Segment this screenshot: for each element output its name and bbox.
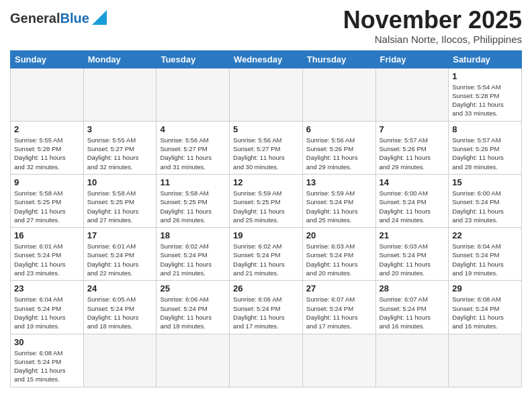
day-info: Sunrise: 6:05 AM Sunset: 5:24 PM Dayligh… — [87, 295, 153, 330]
day-info: Sunrise: 5:56 AM Sunset: 5:26 PM Dayligh… — [306, 136, 372, 171]
calendar-cell: 23Sunrise: 6:04 AM Sunset: 5:24 PM Dayli… — [11, 281, 84, 334]
calendar-table: SundayMondayTuesdayWednesdayThursdayFrid… — [10, 50, 522, 387]
day-info: Sunrise: 5:55 AM Sunset: 5:28 PM Dayligh… — [14, 136, 80, 171]
weekday-header-tuesday: Tuesday — [157, 50, 230, 68]
calendar-cell — [157, 334, 230, 387]
weekday-header-row: SundayMondayTuesdayWednesdayThursdayFrid… — [11, 50, 522, 68]
day-info: Sunrise: 6:01 AM Sunset: 5:24 PM Dayligh… — [14, 242, 80, 277]
header: General Blue November 2025 Nalsian Norte… — [10, 7, 522, 45]
day-number: 7 — [380, 124, 445, 134]
week-row-2: 2Sunrise: 5:55 AM Sunset: 5:28 PM Daylig… — [11, 121, 522, 174]
calendar-cell — [302, 334, 375, 387]
calendar-cell: 5Sunrise: 5:56 AM Sunset: 5:27 PM Daylig… — [230, 121, 303, 174]
calendar-cell: 7Sunrise: 5:57 AM Sunset: 5:26 PM Daylig… — [375, 121, 449, 174]
calendar-cell: 29Sunrise: 6:08 AM Sunset: 5:24 PM Dayli… — [449, 281, 522, 334]
day-number: 12 — [233, 177, 299, 187]
title-area: November 2025 Nalsian Norte, Ilocos, Phi… — [343, 7, 522, 45]
day-info: Sunrise: 5:56 AM Sunset: 5:27 PM Dayligh… — [233, 136, 299, 171]
day-number: 26 — [233, 283, 299, 293]
day-number: 11 — [160, 177, 226, 187]
calendar-cell: 9Sunrise: 5:58 AM Sunset: 5:25 PM Daylig… — [11, 174, 84, 227]
day-info: Sunrise: 5:56 AM Sunset: 5:27 PM Dayligh… — [160, 136, 226, 171]
calendar-cell — [449, 334, 522, 387]
calendar-cell: 18Sunrise: 6:02 AM Sunset: 5:24 PM Dayli… — [157, 228, 230, 281]
calendar-cell — [83, 68, 157, 121]
day-info: Sunrise: 6:08 AM Sunset: 5:24 PM Dayligh… — [452, 295, 518, 330]
day-info: Sunrise: 6:02 AM Sunset: 5:24 PM Dayligh… — [160, 242, 226, 277]
calendar-cell: 13Sunrise: 5:59 AM Sunset: 5:24 PM Dayli… — [302, 174, 375, 227]
day-number: 14 — [380, 177, 445, 187]
day-info: Sunrise: 6:03 AM Sunset: 5:24 PM Dayligh… — [306, 242, 372, 277]
calendar-cell: 6Sunrise: 5:56 AM Sunset: 5:26 PM Daylig… — [302, 121, 375, 174]
day-number: 4 — [160, 124, 226, 134]
day-number: 3 — [87, 124, 153, 134]
day-info: Sunrise: 6:07 AM Sunset: 5:24 PM Dayligh… — [380, 295, 445, 330]
day-info: Sunrise: 5:59 AM Sunset: 5:24 PM Dayligh… — [306, 189, 372, 224]
day-info: Sunrise: 5:57 AM Sunset: 5:26 PM Dayligh… — [380, 136, 445, 171]
calendar-cell: 19Sunrise: 6:02 AM Sunset: 5:24 PM Dayli… — [230, 228, 303, 281]
day-info: Sunrise: 5:58 AM Sunset: 5:25 PM Dayligh… — [160, 189, 226, 224]
weekday-header-friday: Friday — [375, 50, 449, 68]
week-row-5: 23Sunrise: 6:04 AM Sunset: 5:24 PM Dayli… — [11, 281, 522, 334]
day-number: 8 — [452, 124, 518, 134]
location-subtitle: Nalsian Norte, Ilocos, Philippines — [343, 34, 522, 45]
day-info: Sunrise: 6:00 AM Sunset: 5:24 PM Dayligh… — [380, 189, 445, 224]
calendar-cell: 27Sunrise: 6:07 AM Sunset: 5:24 PM Dayli… — [302, 281, 375, 334]
calendar-cell: 21Sunrise: 6:03 AM Sunset: 5:24 PM Dayli… — [375, 228, 449, 281]
day-number: 19 — [233, 230, 299, 240]
day-info: Sunrise: 5:58 AM Sunset: 5:25 PM Dayligh… — [14, 189, 80, 224]
month-title: November 2025 — [343, 7, 522, 34]
day-number: 1 — [452, 71, 518, 81]
day-number: 10 — [87, 177, 153, 187]
day-number: 20 — [306, 230, 372, 240]
day-number: 27 — [306, 283, 372, 293]
day-info: Sunrise: 6:07 AM Sunset: 5:24 PM Dayligh… — [306, 295, 372, 330]
day-info: Sunrise: 6:04 AM Sunset: 5:24 PM Dayligh… — [452, 242, 518, 277]
day-number: 24 — [87, 283, 153, 293]
calendar-cell: 30Sunrise: 6:08 AM Sunset: 5:24 PM Dayli… — [11, 334, 84, 387]
weekday-header-monday: Monday — [83, 50, 157, 68]
day-number: 5 — [233, 124, 299, 134]
week-row-6: 30Sunrise: 6:08 AM Sunset: 5:24 PM Dayli… — [11, 334, 522, 387]
day-number: 15 — [452, 177, 518, 187]
day-info: Sunrise: 6:00 AM Sunset: 5:24 PM Dayligh… — [452, 189, 518, 224]
day-number: 13 — [306, 177, 372, 187]
calendar-cell: 1Sunrise: 5:54 AM Sunset: 5:28 PM Daylig… — [449, 68, 522, 121]
day-number: 21 — [380, 230, 445, 240]
week-row-4: 16Sunrise: 6:01 AM Sunset: 5:24 PM Dayli… — [11, 228, 522, 281]
calendar-cell — [375, 68, 449, 121]
day-info: Sunrise: 6:04 AM Sunset: 5:24 PM Dayligh… — [14, 295, 80, 330]
day-number: 17 — [87, 230, 153, 240]
day-info: Sunrise: 6:02 AM Sunset: 5:24 PM Dayligh… — [233, 242, 299, 277]
logo-general-text: General — [10, 11, 60, 26]
day-info: Sunrise: 6:08 AM Sunset: 5:24 PM Dayligh… — [14, 349, 80, 384]
day-info: Sunrise: 6:06 AM Sunset: 5:24 PM Dayligh… — [160, 295, 226, 330]
logo-blue-text: Blue — [60, 11, 89, 26]
calendar-cell: 12Sunrise: 5:59 AM Sunset: 5:25 PM Dayli… — [230, 174, 303, 227]
calendar-cell — [83, 334, 157, 387]
calendar-cell — [302, 68, 375, 121]
day-info: Sunrise: 5:55 AM Sunset: 5:27 PM Dayligh… — [87, 136, 153, 171]
calendar-cell — [230, 334, 303, 387]
calendar-cell: 26Sunrise: 6:06 AM Sunset: 5:24 PM Dayli… — [230, 281, 303, 334]
calendar-cell: 2Sunrise: 5:55 AM Sunset: 5:28 PM Daylig… — [11, 121, 84, 174]
day-info: Sunrise: 5:57 AM Sunset: 5:26 PM Dayligh… — [452, 136, 518, 171]
calendar-cell: 15Sunrise: 6:00 AM Sunset: 5:24 PM Dayli… — [449, 174, 522, 227]
weekday-header-sunday: Sunday — [11, 50, 84, 68]
day-number: 29 — [452, 283, 518, 293]
day-info: Sunrise: 5:54 AM Sunset: 5:28 PM Dayligh… — [452, 83, 518, 118]
week-row-3: 9Sunrise: 5:58 AM Sunset: 5:25 PM Daylig… — [11, 174, 522, 227]
logo-triangle-icon — [92, 10, 107, 25]
calendar-cell: 24Sunrise: 6:05 AM Sunset: 5:24 PM Dayli… — [83, 281, 157, 334]
day-info: Sunrise: 6:01 AM Sunset: 5:24 PM Dayligh… — [87, 242, 153, 277]
calendar-cell: 28Sunrise: 6:07 AM Sunset: 5:24 PM Dayli… — [375, 281, 449, 334]
calendar-cell: 11Sunrise: 5:58 AM Sunset: 5:25 PM Dayli… — [157, 174, 230, 227]
calendar-cell — [157, 68, 230, 121]
weekday-header-thursday: Thursday — [302, 50, 375, 68]
day-info: Sunrise: 6:03 AM Sunset: 5:24 PM Dayligh… — [380, 242, 445, 277]
calendar-cell: 16Sunrise: 6:01 AM Sunset: 5:24 PM Dayli… — [11, 228, 84, 281]
calendar-cell: 10Sunrise: 5:58 AM Sunset: 5:25 PM Dayli… — [83, 174, 157, 227]
calendar-cell: 22Sunrise: 6:04 AM Sunset: 5:24 PM Dayli… — [449, 228, 522, 281]
weekday-header-saturday: Saturday — [449, 50, 522, 68]
day-number: 9 — [14, 177, 80, 187]
